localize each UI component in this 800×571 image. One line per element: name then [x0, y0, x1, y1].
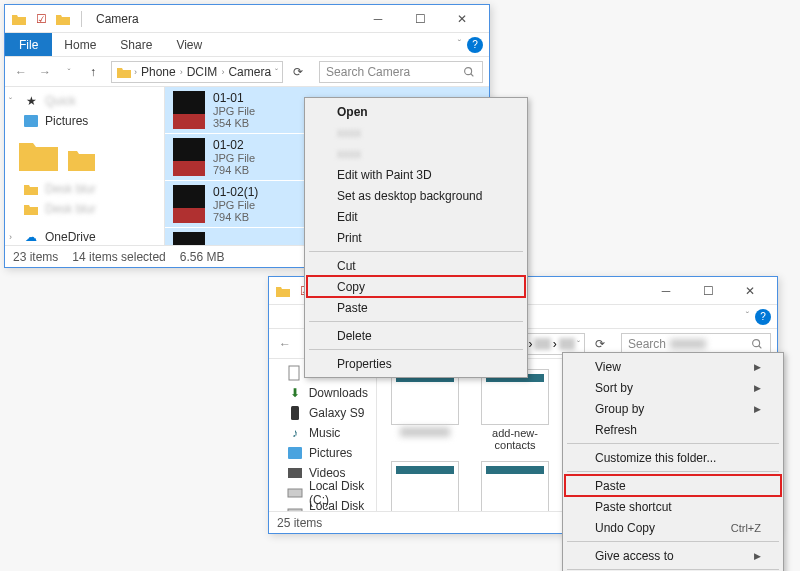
menu-cut[interactable]: Cut [307, 255, 525, 276]
folder-icon[interactable] [67, 147, 97, 173]
tab-home[interactable]: Home [52, 34, 108, 56]
ribbon-expand-icon[interactable]: ˇ [740, 311, 755, 322]
navigation-pane: Documents ⬇Downloads Galaxy S9 ♪Music Pi… [269, 359, 377, 511]
sidebar-item-music[interactable]: ♪Music [269, 423, 376, 443]
minimize-button[interactable]: ─ [357, 7, 399, 31]
sidebar-folder-group [5, 131, 164, 179]
chevron-right-icon[interactable]: › [553, 337, 557, 351]
menu-print[interactable]: Print [307, 227, 525, 248]
navigation-bar: ← → ˇ ↑ › Phone › DCIM › Camera ˇ ⟳ Sear… [5, 57, 489, 87]
file-item[interactable]: add-new-contacts [475, 369, 555, 451]
file-item[interactable] [475, 461, 555, 511]
up-button[interactable]: ↑ [83, 62, 103, 82]
window-controls: ─ ☐ ✕ [357, 7, 483, 31]
breadcrumb-segment[interactable]: DCIM [185, 65, 220, 79]
properties-icon[interactable]: ☑ [33, 11, 49, 27]
folder-icon [275, 283, 291, 299]
address-bar[interactable]: › Phone › DCIM › Camera ˇ [111, 61, 283, 83]
menu-edit[interactable]: Edit [307, 206, 525, 227]
menu-item[interactable]: xxxx [307, 122, 525, 143]
menu-sort-by[interactable]: Sort by▶ [565, 377, 781, 398]
minimize-button[interactable]: ─ [645, 279, 687, 303]
chevron-down-icon[interactable]: ˇ [577, 339, 580, 349]
chevron-right-icon[interactable]: › [134, 67, 137, 77]
menu-undo-copy[interactable]: Undo CopyCtrl+Z [565, 517, 781, 538]
menu-give-access[interactable]: Give access to▶ [565, 545, 781, 566]
star-icon: ★ [23, 93, 39, 109]
status-item-count: 25 items [277, 516, 322, 530]
maximize-button[interactable]: ☐ [687, 279, 729, 303]
refresh-button[interactable]: ⟳ [287, 61, 309, 83]
chevron-right-icon[interactable]: › [221, 67, 224, 77]
maximize-button[interactable]: ☐ [399, 7, 441, 31]
search-placeholder: Search Camera [326, 65, 410, 79]
menu-properties[interactable]: Properties [307, 353, 525, 374]
window-controls: ─ ☐ ✕ [645, 279, 771, 303]
sidebar-item-onedrive[interactable]: ›☁OneDrive [5, 227, 164, 245]
folder-icon [11, 11, 27, 27]
titlebar[interactable]: ☑ Camera ─ ☐ ✕ [5, 5, 489, 33]
search-input[interactable]: Search Camera [319, 61, 483, 83]
shortcut-label: Ctrl+Z [731, 522, 761, 534]
window-title: Camera [96, 12, 139, 26]
breadcrumb-segment[interactable]: Camera [226, 65, 273, 79]
thumbnail [173, 138, 205, 176]
sidebar-item[interactable]: Desk blur [5, 179, 164, 199]
back-button[interactable]: ← [11, 62, 31, 82]
menu-copy[interactable]: Copy [307, 276, 525, 297]
sidebar-item-pictures[interactable]: Pictures [5, 111, 164, 131]
menu-group-by[interactable]: Group by▶ [565, 398, 781, 419]
close-button[interactable]: ✕ [729, 279, 771, 303]
forward-button[interactable]: → [35, 62, 55, 82]
sidebar-item[interactable]: Desk blur [5, 199, 164, 219]
back-button[interactable]: ← [275, 334, 295, 354]
menu-delete[interactable]: Delete [307, 325, 525, 346]
file-item[interactable] [385, 461, 465, 511]
menu-paste-shortcut[interactable]: Paste shortcut [565, 496, 781, 517]
menu-item[interactable]: xxxx [307, 143, 525, 164]
svg-rect-12 [288, 509, 302, 511]
context-menu[interactable]: Open xxxx xxxx Edit with Paint 3D Set as… [304, 97, 528, 378]
breadcrumb-segment[interactable] [559, 338, 575, 350]
chevron-right-icon: ▶ [754, 404, 761, 414]
chevron-right-icon[interactable]: › [528, 337, 532, 351]
menu-customize-folder[interactable]: Customize this folder... [565, 447, 781, 468]
sidebar-item-pictures[interactable]: Pictures [269, 443, 376, 463]
chevron-right-icon: ▶ [754, 551, 761, 561]
pictures-icon [287, 445, 303, 461]
menu-view[interactable]: View▶ [565, 356, 781, 377]
sidebar-item-galaxy[interactable]: Galaxy S9 [269, 403, 376, 423]
folder-icon[interactable] [17, 137, 61, 173]
tab-share[interactable]: Share [108, 34, 164, 56]
menu-open[interactable]: Open [307, 101, 525, 122]
video-icon [287, 465, 303, 481]
menu-edit-paint3d[interactable]: Edit with Paint 3D [307, 164, 525, 185]
sidebar-item-downloads[interactable]: ⬇Downloads [269, 383, 376, 403]
help-icon[interactable]: ? [467, 37, 483, 53]
chevron-right-icon[interactable]: › [180, 67, 183, 77]
sidebar-item[interactable]: ˇ★Quick [5, 91, 164, 111]
disk-icon [287, 485, 303, 501]
svg-rect-7 [289, 366, 299, 380]
menu-paste[interactable]: Paste [565, 475, 781, 496]
chevron-down-icon[interactable]: ˇ [275, 67, 278, 77]
breadcrumb-segment[interactable] [534, 338, 550, 350]
ribbon-expand-icon[interactable]: ˇ [452, 39, 467, 50]
menu-refresh[interactable]: Refresh [565, 419, 781, 440]
menu-separator [567, 471, 779, 472]
chevron-right-icon: ▶ [754, 362, 761, 372]
menu-paste[interactable]: Paste [307, 297, 525, 318]
search-placeholder: Search [628, 337, 666, 351]
tab-file[interactable]: File [5, 33, 52, 56]
file-item[interactable] [385, 369, 465, 451]
svg-point-0 [465, 67, 472, 74]
breadcrumb-segment[interactable]: Phone [139, 65, 178, 79]
new-folder-icon[interactable] [55, 11, 71, 27]
close-button[interactable]: ✕ [441, 7, 483, 31]
context-menu[interactable]: View▶ Sort by▶ Group by▶ Refresh Customi… [562, 352, 784, 571]
recent-locations-button[interactable]: ˇ [59, 62, 79, 82]
tab-view[interactable]: View [164, 34, 214, 56]
menu-set-desktop-bg[interactable]: Set as desktop background [307, 185, 525, 206]
sidebar-item-diskd[interactable]: Local Disk (D:) [269, 503, 376, 511]
help-icon[interactable]: ? [755, 309, 771, 325]
